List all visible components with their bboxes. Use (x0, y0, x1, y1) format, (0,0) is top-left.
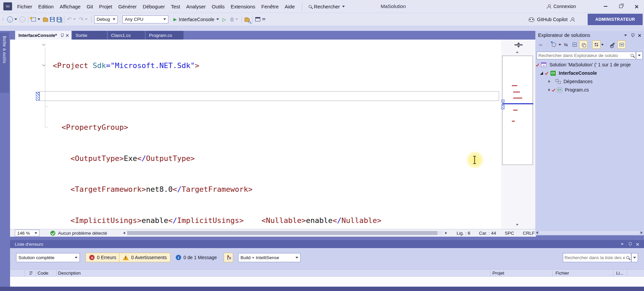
scroll-up-icon[interactable] (516, 51, 519, 53)
search-icon[interactable] (626, 256, 629, 259)
menu-test[interactable]: Test (168, 0, 183, 13)
hot-reload-dropdown-icon[interactable] (235, 18, 238, 20)
error-list-search-input[interactable] (563, 255, 626, 260)
scroll-left-icon[interactable] (123, 232, 125, 234)
column-line[interactable]: Li... (616, 271, 624, 276)
redo-dropdown-icon[interactable] (85, 18, 88, 20)
column-file[interactable]: Fichier (555, 271, 569, 276)
scroll-right-icon[interactable] (445, 232, 447, 234)
search-options-dropdown[interactable] (631, 253, 638, 262)
source-filter-dropdown[interactable]: Build + IntelliSense (238, 253, 301, 262)
menu-deboguer[interactable]: Déboguer (140, 0, 168, 13)
back-dropdown-icon[interactable] (14, 18, 17, 20)
new-project-button[interactable]: ✱ (30, 15, 37, 24)
error-list-titlebar[interactable]: Liste d'erreurs (10, 240, 644, 248)
show-all-files-button[interactable] (592, 41, 600, 49)
start-debugging-button[interactable]: ▶ InterfaceConsole (172, 15, 220, 24)
code-line[interactable]: <TargetFramework>net8.0</TargetFramework… (53, 184, 381, 195)
code-line[interactable]: <Project Sdk="Microsoft.NET.Sdk"> (53, 61, 381, 71)
expand-open-icon[interactable] (540, 72, 543, 75)
show-all-files-dropdown-icon[interactable] (601, 44, 604, 46)
tab-interfaceconsole[interactable]: InterfaceConsole* (15, 31, 71, 40)
fold-collapse-icon[interactable] (42, 43, 46, 46)
tab-sortie[interactable]: Sortie (72, 31, 107, 40)
window-position-icon[interactable] (624, 35, 627, 36)
column-project[interactable]: Projet (492, 271, 504, 276)
pending-changes-filter-button[interactable] (550, 41, 558, 49)
menu-fichier[interactable]: Fichier (14, 0, 35, 13)
save-button[interactable] (49, 15, 56, 24)
minimap-scrollbar[interactable] (501, 40, 536, 229)
tree-item-solution[interactable]: ∞ Solution 'MaSolution' (' 1 sur 1 de pr… (535, 61, 631, 69)
warnings-filter-button[interactable]: ! 0 Avertissements (119, 253, 170, 262)
configuration-dropdown[interactable]: Debug (94, 15, 118, 23)
restore-button[interactable] (613, 0, 629, 13)
scroll-right-icon[interactable] (641, 231, 643, 234)
hot-reload-button[interactable] (229, 15, 235, 24)
menu-analyser[interactable]: Analyser (183, 0, 209, 13)
pin-icon[interactable] (628, 242, 632, 246)
pin-icon[interactable] (631, 33, 634, 37)
search-icon[interactable] (631, 54, 634, 57)
code-line[interactable]: <ImplicitUsings>enable</ImplicitUsings> … (53, 216, 381, 226)
expand-closed-icon[interactable] (548, 80, 550, 83)
menu-affichage[interactable]: Affichage (57, 0, 84, 13)
toolbar-grip[interactable]: ⠿ (2, 18, 5, 21)
toolbox-tab[interactable]: Boîte à outils (0, 33, 9, 93)
scope-filter-dropdown[interactable]: Solution complète (16, 253, 80, 262)
pin-icon[interactable] (60, 33, 63, 37)
save-all-button[interactable] (56, 15, 62, 24)
filter-dropdown-icon[interactable] (558, 44, 561, 46)
solution-explorer-hscrollbar[interactable] (536, 230, 643, 235)
send-feedback-icon[interactable] (570, 17, 575, 22)
health-check-icon[interactable] (50, 231, 55, 236)
column-description[interactable]: Description (58, 271, 81, 276)
error-list-search-box[interactable] (563, 253, 631, 262)
menu-git[interactable]: Git (84, 0, 96, 13)
menu-fenetre[interactable]: Fenêtre (258, 0, 282, 13)
code-line[interactable]: <PropertyGroup> (53, 122, 381, 133)
code-content[interactable]: <Project Sdk="Microsoft.NET.Sdk"> <Prope… (53, 40, 381, 229)
health-status-label[interactable]: Aucun problème détecté (58, 231, 107, 236)
menu-generer[interactable]: Générer (115, 0, 140, 13)
code-line[interactable]: <OutputType>Exe</OutputType> (53, 154, 381, 164)
tree-item-dependencies[interactable]: Dépendances (535, 77, 592, 85)
filter-settings-button[interactable] (224, 253, 233, 262)
scroll-down-icon[interactable] (516, 224, 519, 226)
close-icon[interactable] (636, 242, 639, 245)
toolbar-overflow-button[interactable] (261, 15, 266, 24)
start-without-debugging-button[interactable]: ▷ (221, 15, 227, 24)
menu-extensions[interactable]: Extensions (228, 0, 258, 13)
find-in-files-button[interactable] (244, 15, 251, 24)
tab-program[interactable]: Program.cs (146, 31, 183, 40)
redo-button[interactable]: ↷ (78, 15, 85, 24)
close-button[interactable] (629, 0, 644, 13)
collapse-all-button[interactable] (571, 41, 579, 49)
navigate-back-button[interactable]: ← (6, 15, 14, 24)
switch-views-button[interactable]: ∞ (537, 41, 545, 49)
solution-explorer-titlebar[interactable]: Explorateur de solutions (535, 31, 644, 40)
errors-filter-button[interactable]: 0 Erreurs (86, 253, 120, 262)
column-code[interactable]: Code (38, 271, 48, 276)
close-icon[interactable] (638, 34, 641, 37)
solution-search-input[interactable] (537, 53, 631, 58)
sync-with-active-document-button[interactable]: ⇆ (562, 41, 570, 49)
expand-closed-icon[interactable] (548, 89, 550, 91)
sign-in-button[interactable]: Connexion (547, 0, 576, 13)
tree-item-project[interactable]: C# InterfaceConsole (535, 69, 597, 77)
undo-button[interactable]: ↶ (66, 15, 73, 24)
horizontal-scrollbar-thumb[interactable] (127, 231, 437, 235)
properties-button[interactable] (609, 41, 617, 49)
minimize-button[interactable] (598, 0, 613, 13)
menu-projet[interactable]: Projet (96, 0, 115, 13)
menu-outils[interactable]: Outils (209, 0, 227, 13)
new-project-dropdown-icon[interactable] (38, 18, 40, 20)
zoom-dropdown[interactable]: 146 % (15, 230, 40, 236)
solution-search-box[interactable] (537, 52, 636, 59)
menu-edition[interactable]: Edition (35, 0, 57, 13)
messages-filter-button[interactable]: i 0 de 1 Message (172, 253, 220, 262)
search-button[interactable]: Rechercher (309, 4, 345, 9)
splitter-handle-icon[interactable] (514, 42, 523, 48)
close-tab-icon[interactable] (66, 34, 68, 37)
minimap[interactable] (502, 56, 533, 165)
